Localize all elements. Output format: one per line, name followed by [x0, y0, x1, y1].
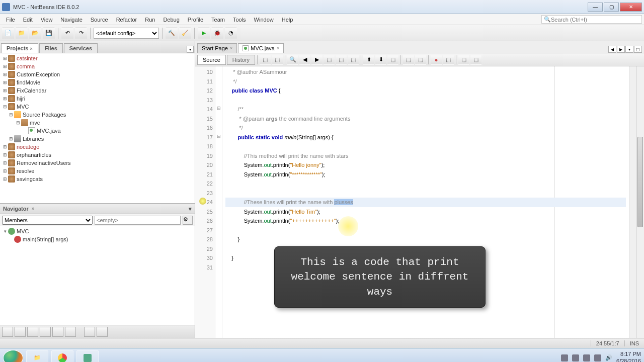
tree-item[interactable]: ⊞resolve [1, 167, 194, 175]
et-btn[interactable]: ▶ [311, 55, 323, 65]
tree-item[interactable]: ⊞Libraries [1, 135, 194, 143]
prev-tab-button[interactable]: ◀ [608, 46, 616, 53]
tree-item[interactable]: ⊟MVC [1, 103, 194, 111]
undo-button[interactable]: ↶ [61, 27, 73, 39]
et-btn[interactable]: ● [431, 55, 442, 65]
et-btn[interactable]: ⬚ [415, 55, 426, 65]
tab-projects[interactable]: Projects× [1, 43, 38, 53]
menu-navigate[interactable]: Navigate [56, 15, 86, 24]
nav-btn-4[interactable] [40, 327, 51, 337]
et-btn[interactable]: ⬚ [443, 55, 454, 65]
explorer-button[interactable]: 📁 [26, 350, 48, 363]
nav-btn-1[interactable] [2, 327, 13, 337]
nav-btn-7[interactable] [84, 327, 95, 337]
tray-icon[interactable] [572, 354, 579, 361]
menu-profile[interactable]: Profile [184, 15, 207, 24]
tab-start-page[interactable]: Start Page× [197, 43, 237, 53]
et-btn[interactable]: ⬚ [387, 55, 398, 65]
build-button[interactable]: 🔨 [166, 27, 178, 39]
nav-btn-5[interactable] [52, 327, 63, 337]
tree-item[interactable]: ⊞findMovie [1, 78, 194, 86]
et-btn[interactable]: 🔍 [287, 55, 298, 65]
profile-button[interactable]: ◔ [225, 27, 237, 39]
menu-file[interactable]: File [2, 15, 19, 24]
minimize-button[interactable]: — [588, 3, 603, 12]
tree-item[interactable]: ⊞CustomException [1, 70, 194, 78]
save-all-button[interactable]: 💾 [43, 27, 55, 39]
close-button[interactable]: ✕ [620, 3, 642, 12]
members-select[interactable]: Members [2, 216, 93, 225]
new-file-button[interactable]: 📄 [2, 27, 14, 39]
tray-icon[interactable] [594, 354, 601, 361]
config-select[interactable]: <default config> [94, 28, 159, 39]
lightbulb-icon[interactable] [199, 198, 206, 205]
tree-item[interactable]: ⊞orphanarticles [1, 151, 194, 159]
tree-item[interactable]: ⊟Source Packages [1, 111, 194, 119]
system-tray[interactable]: 🔊 8:17 PM 6/28/2016 [561, 351, 641, 362]
tray-icon[interactable] [561, 354, 568, 361]
tree-item[interactable]: ⊞catsinter [1, 54, 194, 62]
et-btn[interactable]: ⬚ [458, 55, 469, 65]
close-icon[interactable]: × [230, 46, 232, 51]
tree-item[interactable]: ⊞nocatego [1, 143, 194, 151]
close-icon[interactable]: × [277, 46, 279, 51]
tree-item[interactable]: ⊞comma [1, 62, 194, 70]
overview-ruler[interactable] [629, 66, 636, 338]
et-btn[interactable]: ⬚ [324, 55, 335, 65]
et-btn[interactable]: ⬆ [363, 55, 374, 65]
menu-refactor[interactable]: Refactor [112, 15, 141, 24]
tab-list-button[interactable]: ▾ [625, 46, 633, 53]
clock[interactable]: 8:17 PM 6/28/2016 [616, 351, 641, 362]
menu-edit[interactable]: Edit [19, 15, 37, 24]
et-btn[interactable]: ⬚ [403, 55, 414, 65]
netbeans-button[interactable] [76, 350, 99, 363]
menu-view[interactable]: View [37, 15, 57, 24]
filter-button[interactable]: ⚙ [183, 216, 193, 225]
vertical-scrollbar[interactable] [636, 66, 644, 338]
tree-item[interactable]: ⊟mvc [1, 119, 194, 127]
tree-item[interactable]: ⊞savingcats [1, 175, 194, 183]
et-btn[interactable]: ⬚ [470, 55, 481, 65]
et-btn[interactable]: ◀ [299, 55, 310, 65]
history-view-button[interactable]: History [227, 55, 255, 65]
et-btn[interactable]: ⬇ [375, 55, 386, 65]
fold-column[interactable]: ⊟⊟ [215, 66, 222, 338]
et-btn[interactable]: ⬚ [272, 55, 283, 65]
projects-tree[interactable]: ⊞catsinter⊞comma⊞CustomException⊞findMov… [0, 53, 195, 203]
quick-search[interactable]: 🔍 [541, 15, 642, 24]
tray-icon[interactable] [583, 354, 590, 361]
start-button[interactable] [3, 350, 23, 363]
menu-window[interactable]: Window [250, 15, 278, 24]
search-input[interactable] [551, 17, 639, 23]
nav-btn-2[interactable] [15, 327, 26, 337]
close-icon[interactable]: × [32, 206, 34, 211]
next-tab-button[interactable]: ▶ [617, 46, 625, 53]
nav-method-item[interactable]: main(String[] args) [1, 235, 194, 243]
panel-menu-button[interactable]: ▾ [187, 46, 194, 53]
nav-btn-3[interactable] [27, 327, 38, 337]
tree-item[interactable]: ⊞hijri [1, 95, 194, 103]
nav-btn-8[interactable] [97, 327, 108, 337]
redo-button[interactable]: ↷ [75, 27, 87, 39]
source-view-button[interactable]: Source [197, 55, 226, 65]
run-button[interactable]: ▶ [198, 27, 210, 39]
menu-help[interactable]: Help [278, 15, 297, 24]
maximize-editor-button[interactable]: ▢ [634, 46, 642, 53]
tree-item[interactable]: MVC.java [1, 127, 194, 135]
menu-debug[interactable]: Debug [159, 15, 183, 24]
open-project-button[interactable]: 📂 [29, 27, 41, 39]
panel-menu-button[interactable]: ▾ [189, 206, 192, 212]
menu-tools[interactable]: Tools [229, 15, 250, 24]
close-icon[interactable]: × [30, 46, 32, 51]
tab-files[interactable]: Files [39, 43, 63, 53]
menu-source[interactable]: Source [87, 15, 112, 24]
tab-services[interactable]: Services [64, 43, 98, 53]
new-project-button[interactable]: 📁 [16, 27, 28, 39]
maximize-button[interactable]: ▢ [604, 3, 619, 12]
tree-item[interactable]: ⊞FixCalendar [1, 86, 194, 95]
debug-button[interactable]: 🐞 [211, 27, 223, 39]
volume-icon[interactable]: 🔊 [605, 354, 612, 361]
navigator-tree[interactable]: ▾MVC main(String[] args) [0, 226, 195, 325]
chrome-button[interactable] [51, 350, 73, 363]
filter-input[interactable] [95, 216, 181, 225]
